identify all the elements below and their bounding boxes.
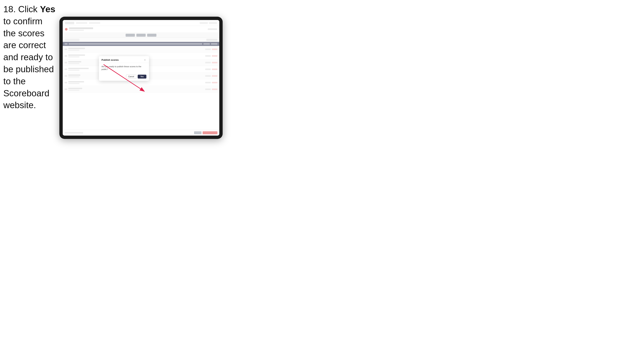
modal-title: Publish scores — [102, 58, 118, 61]
instruction-bold: Yes — [40, 4, 55, 14]
instruction-text: 18. Click Yes to confirm the scores are … — [3, 3, 57, 111]
tablet-screen: Publish scores × Are you ready to publis… — [63, 20, 219, 136]
modal-body: Are you ready to publish these scores to… — [99, 63, 149, 73]
step-number: 18. — [3, 4, 16, 14]
modal-message: Are you ready to publish these scores to… — [102, 65, 146, 71]
modal-close-button[interactable]: × — [144, 58, 146, 61]
modal-dialog: Publish scores × Are you ready to publis… — [99, 56, 149, 81]
yes-button[interactable]: Yes — [138, 75, 146, 79]
modal-header: Publish scores × — [99, 56, 149, 63]
tablet-outer: Publish scores × Are you ready to publis… — [59, 17, 223, 139]
modal-footer: Cancel Yes — [99, 73, 149, 81]
instruction-text-part2: to confirm the scores are correct and re… — [3, 16, 54, 110]
cancel-button[interactable]: Cancel — [126, 75, 136, 79]
tablet: Publish scores × Are you ready to publis… — [59, 17, 223, 139]
instruction-text-part1: Click — [16, 4, 40, 14]
